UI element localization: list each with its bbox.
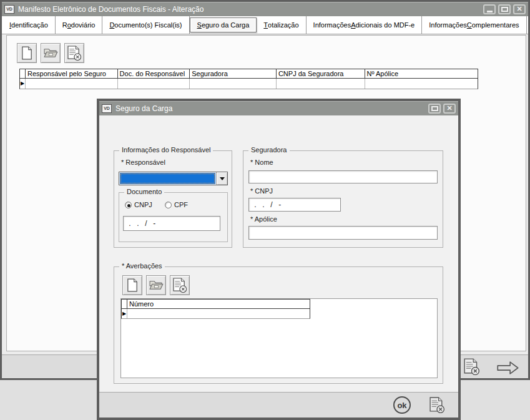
add-averbacao-button[interactable] xyxy=(122,275,142,295)
seguros-grid-header: Responsável pelo Seguro Doc. do Responsá… xyxy=(19,69,478,79)
column-header[interactable]: Nº Apólice xyxy=(365,69,478,78)
averbacoes-grid-header: Número xyxy=(121,299,310,309)
next-button[interactable] xyxy=(495,360,521,375)
averbacoes-grid: Número ▶ xyxy=(120,298,438,378)
nome-input[interactable] xyxy=(248,170,438,183)
combobox-selection xyxy=(120,173,215,184)
cpf-radio[interactable]: CPF xyxy=(165,201,188,208)
table-row[interactable]: ▶ xyxy=(19,79,478,89)
selector-header-cell xyxy=(20,69,26,78)
dialog-title: Seguro da Carga xyxy=(115,104,428,113)
table-cell[interactable] xyxy=(277,79,365,89)
nome-label: * Nome xyxy=(250,159,273,166)
column-header[interactable]: Doc. do Responsável xyxy=(118,69,190,78)
open-folder-icon xyxy=(43,47,58,59)
add-seguro-button[interactable] xyxy=(17,43,37,63)
delete-document-icon xyxy=(67,46,82,61)
tab-rodoviario[interactable]: Rodoviário xyxy=(56,16,103,34)
dialog-close-button[interactable]: ✕ xyxy=(443,104,456,114)
apolice-input[interactable] xyxy=(248,226,438,240)
cnpj-radio[interactable]: CNPJ xyxy=(125,201,152,208)
cnpj-radio-label: CNPJ xyxy=(134,201,152,208)
delete-document-icon xyxy=(173,278,187,293)
column-header[interactable]: Responsável pelo Seguro xyxy=(26,69,118,78)
seguradora-group: Seguradora * Nome * CNPJ * Apólice xyxy=(243,150,443,248)
app-icon: VD xyxy=(102,104,112,113)
tabbar: Identificação Rodoviário Documento(s) Fi… xyxy=(2,16,528,34)
delete-document-icon xyxy=(429,397,445,414)
responsavel-group: Informações do Responsável * Responsável… xyxy=(114,150,232,248)
screen: VD Manifesto Eletrônico de Documentos Fi… xyxy=(0,0,530,420)
dialog-titlebar: VD Seguro da Carga ✕ xyxy=(99,101,458,115)
seguradora-cnpj-input[interactable] xyxy=(248,198,341,212)
dialog-body: Informações do Responsável * Responsável… xyxy=(99,115,458,392)
maximize-button[interactable] xyxy=(498,4,511,14)
maximize-icon xyxy=(501,7,508,12)
arrow-right-icon xyxy=(496,361,520,375)
close-icon: ✕ xyxy=(446,105,452,112)
seguros-grid: Responsável pelo Seguro Doc. do Responsá… xyxy=(19,69,478,89)
close-icon: ✕ xyxy=(516,6,522,12)
dialog-footer: ok xyxy=(99,392,458,418)
cancel-button[interactable] xyxy=(462,358,482,376)
table-cell[interactable] xyxy=(127,309,310,318)
app-icon: VD xyxy=(4,5,14,14)
responsavel-group-legend: Informações do Responsável xyxy=(119,146,213,154)
dialog-cancel-button[interactable] xyxy=(428,396,446,414)
edit-seguro-button[interactable] xyxy=(41,43,61,63)
open-folder-icon xyxy=(149,280,164,291)
record-pointer-icon: ▶ xyxy=(21,81,24,86)
documento-group: Documento CNPJ CPF xyxy=(119,192,228,242)
responsavel-label: * Responsável xyxy=(121,159,165,166)
radio-unchecked-icon xyxy=(165,202,172,208)
tab-identificacao[interactable]: Identificação xyxy=(2,16,56,34)
seguro-toolbar xyxy=(17,43,84,63)
maximize-icon xyxy=(431,106,438,111)
tab-informacoes-complementares[interactable]: Informações Complementares xyxy=(422,16,526,34)
column-header[interactable]: CNPJ da Seguradora xyxy=(277,69,365,78)
new-document-icon xyxy=(127,278,138,292)
combobox-dropdown-button[interactable] xyxy=(216,172,227,185)
responsavel-combobox[interactable] xyxy=(119,172,228,185)
tab-informacoes-adicionais-mdfe[interactable]: Informações Adicionais do MDF-e xyxy=(307,16,423,34)
apolice-label: * Apólice xyxy=(250,215,277,223)
minimize-icon xyxy=(487,11,493,12)
averbacoes-group-legend: * Averbações xyxy=(119,262,165,270)
main-window-title: Manifesto Eletrônico de Documentos Fisca… xyxy=(18,5,483,14)
radio-checked-icon xyxy=(125,202,132,208)
table-cell[interactable] xyxy=(365,79,478,89)
seguradora-group-legend: Seguradora xyxy=(248,146,290,154)
seguradora-cnpj-label: * CNPJ xyxy=(250,187,273,195)
row-pointer-cell: ▶ xyxy=(122,309,127,318)
tab-documentos-fiscais[interactable]: Documento(s) Fiscal(is) xyxy=(102,16,189,34)
close-button[interactable]: ✕ xyxy=(513,4,526,14)
column-header[interactable]: Número xyxy=(127,300,310,308)
dialog-maximize-button[interactable] xyxy=(428,104,441,114)
selector-header-cell xyxy=(122,300,127,308)
averbacoes-group: * Averbações xyxy=(114,266,443,384)
table-cell[interactable] xyxy=(118,79,190,89)
table-cell[interactable] xyxy=(26,79,118,89)
tab-seguro-da-carga[interactable]: Seguro da Carga xyxy=(190,17,257,32)
seguro-da-carga-dialog: VD Seguro da Carga ✕ Informações do Resp… xyxy=(97,99,461,420)
averbacoes-toolbar xyxy=(122,275,190,295)
row-pointer-cell: ▶ xyxy=(20,79,26,89)
chevron-down-icon xyxy=(220,177,225,180)
tab-totalizacao[interactable]: Totalização xyxy=(257,16,306,34)
delete-averbacao-button[interactable] xyxy=(170,275,190,295)
table-cell[interactable] xyxy=(190,79,277,89)
delete-document-icon xyxy=(464,358,480,376)
column-header[interactable]: Seguradora xyxy=(190,69,277,78)
new-document-icon xyxy=(21,46,32,60)
table-row[interactable]: ▶ xyxy=(121,309,310,319)
record-pointer-icon: ▶ xyxy=(122,311,126,316)
delete-seguro-button[interactable] xyxy=(64,43,84,63)
documento-cnpj-input[interactable] xyxy=(123,216,220,231)
main-titlebar: VD Manifesto Eletrônico de Documentos Fi… xyxy=(2,2,528,16)
ok-button[interactable]: ok xyxy=(393,396,411,414)
cpf-radio-label: CPF xyxy=(174,201,188,208)
minimize-button[interactable] xyxy=(483,4,496,14)
documento-group-legend: Documento xyxy=(124,188,164,195)
edit-averbacao-button[interactable] xyxy=(146,275,166,295)
